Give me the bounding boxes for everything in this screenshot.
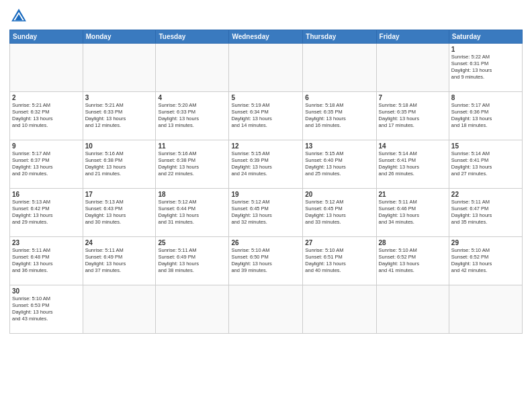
calendar-cell: 6Sunrise: 5:18 AM Sunset: 6:35 PM Daylig… bbox=[303, 92, 376, 140]
day-info: Sunrise: 5:11 AM Sunset: 6:47 PM Dayligh… bbox=[451, 199, 520, 226]
calendar-cell bbox=[83, 285, 156, 334]
day-number: 11 bbox=[158, 142, 226, 150]
calendar: SundayMondayTuesdayWednesdayThursdayFrid… bbox=[9, 30, 523, 334]
day-info: Sunrise: 5:10 AM Sunset: 6:50 PM Dayligh… bbox=[231, 247, 300, 275]
day-number: 21 bbox=[379, 191, 447, 198]
day-info: Sunrise: 5:11 AM Sunset: 6:48 PM Dayligh… bbox=[12, 247, 81, 275]
calendar-cell: 18Sunrise: 5:12 AM Sunset: 6:44 PM Dayli… bbox=[156, 189, 229, 237]
day-info: Sunrise: 5:14 AM Sunset: 6:41 PM Dayligh… bbox=[451, 150, 520, 178]
day-info: Sunrise: 5:15 AM Sunset: 6:40 PM Dayligh… bbox=[305, 150, 373, 178]
day-info: Sunrise: 5:12 AM Sunset: 6:45 PM Dayligh… bbox=[231, 199, 300, 226]
calendar-cell: 13Sunrise: 5:15 AM Sunset: 6:40 PM Dayli… bbox=[303, 140, 376, 189]
calendar-cell: 3Sunrise: 5:21 AM Sunset: 6:33 PM Daylig… bbox=[83, 92, 156, 140]
day-number: 17 bbox=[85, 191, 154, 198]
calendar-cell: 5Sunrise: 5:19 AM Sunset: 6:34 PM Daylig… bbox=[229, 92, 303, 140]
calendar-cell bbox=[156, 44, 229, 92]
day-info: Sunrise: 5:11 AM Sunset: 6:46 PM Dayligh… bbox=[379, 199, 447, 226]
week-row: 9Sunrise: 5:17 AM Sunset: 6:37 PM Daylig… bbox=[10, 140, 523, 189]
calendar-cell: 21Sunrise: 5:11 AM Sunset: 6:46 PM Dayli… bbox=[376, 189, 449, 237]
week-row: 23Sunrise: 5:11 AM Sunset: 6:48 PM Dayli… bbox=[10, 237, 523, 285]
day-info: Sunrise: 5:13 AM Sunset: 6:42 PM Dayligh… bbox=[12, 199, 81, 226]
day-info: Sunrise: 5:10 AM Sunset: 6:52 PM Dayligh… bbox=[451, 247, 520, 275]
day-info: Sunrise: 5:21 AM Sunset: 6:33 PM Dayligh… bbox=[85, 102, 154, 130]
day-header-wednesday: Wednesday bbox=[229, 30, 303, 44]
day-info: Sunrise: 5:18 AM Sunset: 6:35 PM Dayligh… bbox=[305, 102, 373, 130]
day-number: 29 bbox=[451, 239, 520, 246]
day-number: 22 bbox=[451, 191, 520, 198]
day-number: 5 bbox=[231, 94, 300, 101]
day-number: 25 bbox=[158, 239, 226, 246]
day-header-thursday: Thursday bbox=[303, 30, 376, 44]
day-info: Sunrise: 5:13 AM Sunset: 6:43 PM Dayligh… bbox=[85, 199, 154, 226]
calendar-cell bbox=[229, 285, 303, 334]
calendar-cell: 10Sunrise: 5:16 AM Sunset: 6:38 PM Dayli… bbox=[83, 140, 156, 189]
calendar-cell: 9Sunrise: 5:17 AM Sunset: 6:37 PM Daylig… bbox=[10, 140, 83, 189]
calendar-cell bbox=[376, 285, 449, 334]
day-header-saturday: Saturday bbox=[449, 30, 522, 44]
day-number: 20 bbox=[305, 191, 373, 198]
day-number: 27 bbox=[305, 239, 373, 246]
week-row: 30Sunrise: 5:10 AM Sunset: 6:53 PM Dayli… bbox=[10, 285, 523, 334]
day-number: 1 bbox=[451, 46, 520, 53]
calendar-cell bbox=[83, 44, 156, 92]
day-info: Sunrise: 5:10 AM Sunset: 6:53 PM Dayligh… bbox=[12, 295, 81, 323]
day-info: Sunrise: 5:16 AM Sunset: 6:38 PM Dayligh… bbox=[158, 150, 226, 178]
day-number: 16 bbox=[12, 191, 81, 198]
day-info: Sunrise: 5:18 AM Sunset: 6:35 PM Dayligh… bbox=[379, 102, 447, 130]
calendar-cell bbox=[10, 44, 83, 92]
day-number: 24 bbox=[85, 239, 154, 246]
day-number: 4 bbox=[158, 94, 226, 101]
day-info: Sunrise: 5:17 AM Sunset: 6:37 PM Dayligh… bbox=[12, 150, 81, 178]
day-number: 15 bbox=[451, 142, 520, 150]
day-info: Sunrise: 5:21 AM Sunset: 6:32 PM Dayligh… bbox=[12, 102, 81, 130]
calendar-cell: 24Sunrise: 5:11 AM Sunset: 6:49 PM Dayli… bbox=[83, 237, 156, 285]
day-header-tuesday: Tuesday bbox=[156, 30, 229, 44]
day-number: 13 bbox=[305, 142, 373, 150]
calendar-cell: 20Sunrise: 5:12 AM Sunset: 6:45 PM Dayli… bbox=[303, 189, 376, 237]
week-row: 2Sunrise: 5:21 AM Sunset: 6:32 PM Daylig… bbox=[10, 92, 523, 140]
day-number: 12 bbox=[231, 142, 300, 150]
day-number: 19 bbox=[231, 191, 300, 198]
logo bbox=[9, 7, 31, 26]
calendar-cell: 15Sunrise: 5:14 AM Sunset: 6:41 PM Dayli… bbox=[449, 140, 522, 189]
header bbox=[9, 7, 523, 26]
logo-icon bbox=[9, 7, 28, 26]
day-header-friday: Friday bbox=[376, 30, 449, 44]
calendar-cell: 25Sunrise: 5:11 AM Sunset: 6:49 PM Dayli… bbox=[156, 237, 229, 285]
day-info: Sunrise: 5:12 AM Sunset: 6:44 PM Dayligh… bbox=[158, 199, 226, 226]
day-info: Sunrise: 5:11 AM Sunset: 6:49 PM Dayligh… bbox=[85, 247, 154, 275]
calendar-cell: 14Sunrise: 5:14 AM Sunset: 6:41 PM Dayli… bbox=[376, 140, 449, 189]
calendar-cell: 7Sunrise: 5:18 AM Sunset: 6:35 PM Daylig… bbox=[376, 92, 449, 140]
calendar-cell bbox=[229, 44, 303, 92]
week-row: 1Sunrise: 5:22 AM Sunset: 6:31 PM Daylig… bbox=[10, 44, 523, 92]
day-number: 9 bbox=[12, 142, 81, 150]
calendar-cell: 1Sunrise: 5:22 AM Sunset: 6:31 PM Daylig… bbox=[449, 44, 522, 92]
calendar-cell: 2Sunrise: 5:21 AM Sunset: 6:32 PM Daylig… bbox=[10, 92, 83, 140]
calendar-cell: 19Sunrise: 5:12 AM Sunset: 6:45 PM Dayli… bbox=[229, 189, 303, 237]
day-number: 6 bbox=[305, 94, 373, 101]
day-number: 2 bbox=[12, 94, 81, 101]
day-info: Sunrise: 5:12 AM Sunset: 6:45 PM Dayligh… bbox=[305, 199, 373, 226]
calendar-cell: 11Sunrise: 5:16 AM Sunset: 6:38 PM Dayli… bbox=[156, 140, 229, 189]
calendar-cell bbox=[376, 44, 449, 92]
calendar-cell bbox=[303, 285, 376, 334]
page: SundayMondayTuesdayWednesdayThursdayFrid… bbox=[0, 0, 532, 411]
day-number: 8 bbox=[451, 94, 520, 101]
calendar-cell: 4Sunrise: 5:20 AM Sunset: 6:33 PM Daylig… bbox=[156, 92, 229, 140]
day-number: 7 bbox=[379, 94, 447, 101]
day-number: 26 bbox=[231, 239, 300, 246]
calendar-cell bbox=[303, 44, 376, 92]
calendar-cell: 22Sunrise: 5:11 AM Sunset: 6:47 PM Dayli… bbox=[449, 189, 522, 237]
calendar-cell: 26Sunrise: 5:10 AM Sunset: 6:50 PM Dayli… bbox=[229, 237, 303, 285]
day-info: Sunrise: 5:15 AM Sunset: 6:39 PM Dayligh… bbox=[231, 150, 300, 178]
header-row: SundayMondayTuesdayWednesdayThursdayFrid… bbox=[10, 30, 523, 44]
day-info: Sunrise: 5:14 AM Sunset: 6:41 PM Dayligh… bbox=[379, 150, 447, 178]
day-number: 30 bbox=[12, 287, 81, 295]
calendar-body: 1Sunrise: 5:22 AM Sunset: 6:31 PM Daylig… bbox=[10, 44, 523, 334]
calendar-cell: 30Sunrise: 5:10 AM Sunset: 6:53 PM Dayli… bbox=[10, 285, 83, 334]
day-info: Sunrise: 5:10 AM Sunset: 6:52 PM Dayligh… bbox=[379, 247, 447, 275]
day-info: Sunrise: 5:17 AM Sunset: 6:36 PM Dayligh… bbox=[451, 102, 520, 130]
day-info: Sunrise: 5:11 AM Sunset: 6:49 PM Dayligh… bbox=[158, 247, 226, 275]
day-number: 14 bbox=[379, 142, 447, 150]
day-number: 10 bbox=[85, 142, 154, 150]
